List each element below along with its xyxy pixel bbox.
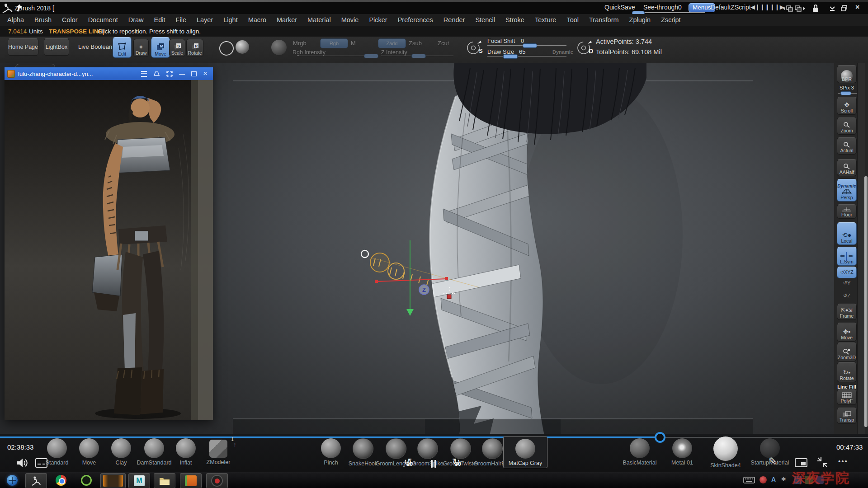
annotate-pencil-icon[interactable]: ✎ xyxy=(769,455,777,467)
zoom-button[interactable]: Zoom xyxy=(837,117,857,135)
draw-button[interactable]: ⌖ Draw xyxy=(133,39,149,57)
menu-file[interactable]: File xyxy=(176,16,186,23)
exit-fullscreen-icon[interactable] xyxy=(816,456,828,468)
move-3d-button[interactable]: ✥▪ Move xyxy=(837,323,857,342)
menu-draw[interactable]: Draw xyxy=(128,16,144,23)
taskbar-recorder[interactable] xyxy=(206,473,228,488)
aahalf-button[interactable]: AAHalf xyxy=(837,159,857,176)
lock-icon[interactable] xyxy=(812,4,819,12)
taskbar-zbrush[interactable] xyxy=(25,473,47,488)
forward-30-button[interactable]: ↻ 30 xyxy=(452,456,460,468)
rgb-intensity-handle[interactable] xyxy=(364,54,378,58)
viewer-fullscreen-icon[interactable] xyxy=(166,71,173,77)
menu-preferences[interactable]: Preferences xyxy=(398,16,433,23)
menu-brush[interactable]: Brush xyxy=(34,16,52,23)
tray-touch-icon[interactable]: ✱ xyxy=(781,476,786,483)
menu-stencil[interactable]: Stencil xyxy=(475,16,495,23)
polyf-button[interactable]: PolyF xyxy=(837,389,857,405)
tray-input-icon[interactable]: A xyxy=(771,476,776,483)
menu-material[interactable]: Material xyxy=(307,16,331,23)
dynamic-mode-label[interactable]: Dynamic xyxy=(552,49,573,55)
pause-button-bar-left[interactable] xyxy=(431,460,433,468)
canvas-scrollbar-thumb[interactable] xyxy=(864,176,868,427)
pause-button-bar-right[interactable] xyxy=(434,460,436,468)
home-page-button[interactable]: Home Page xyxy=(8,38,38,56)
menu-zscript[interactable]: Zscript xyxy=(661,16,681,23)
subtitle-icon[interactable] xyxy=(35,458,47,468)
doc-cycle-right-icon[interactable] xyxy=(794,5,807,12)
zsub-button[interactable]: Zsub xyxy=(409,40,422,47)
viewer-minimize-icon[interactable]: — xyxy=(179,70,185,77)
volume-icon[interactable] xyxy=(16,458,29,468)
viewer-fit-icon[interactable] xyxy=(153,71,160,76)
menu-tool[interactable]: Tool xyxy=(566,16,579,23)
canvas-scrollbar-track[interactable] xyxy=(857,63,865,437)
quicksave-button[interactable]: QuickSave xyxy=(604,4,635,11)
stroke-type-icon[interactable]: S xyxy=(466,39,484,56)
taskbar-chrome[interactable] xyxy=(51,473,71,488)
material-metal01[interactable]: Metal 01 xyxy=(660,438,704,466)
transp-button[interactable]: Transp xyxy=(837,408,857,424)
alpha-swatch-icon[interactable] xyxy=(219,41,234,56)
m-button[interactable]: M xyxy=(351,40,356,47)
material-skinshade4[interactable]: SkinShade4 xyxy=(704,438,747,469)
lightbox-button[interactable]: LightBox xyxy=(44,38,69,56)
menu-stroke[interactable]: Stroke xyxy=(505,16,524,23)
viewer-menu-icon[interactable] xyxy=(141,71,147,77)
more-options-icon[interactable]: ••• xyxy=(838,457,848,465)
z-intensity-handle[interactable] xyxy=(411,54,426,58)
bpr-button[interactable]: BPR xyxy=(837,65,857,83)
xyz-button[interactable]: ↺XYZ xyxy=(837,267,857,278)
floor-button[interactable]: Floor xyxy=(837,204,857,219)
tray-record-icon[interactable] xyxy=(760,476,767,483)
taskbar-notes-app[interactable] xyxy=(180,473,202,488)
menu-layer[interactable]: Layer xyxy=(197,16,213,23)
close-icon[interactable]: × xyxy=(855,3,859,11)
taskbar-app-green[interactable] xyxy=(76,473,97,488)
local-button[interactable]: ⟲● Local xyxy=(837,222,857,245)
rotate-3d-button[interactable]: ↻▪ Rotate xyxy=(837,362,857,382)
move-button[interactable]: M Move xyxy=(151,37,170,58)
mrgb-button[interactable]: Mrgb xyxy=(293,40,307,47)
menu-zplugin[interactable]: Zplugin xyxy=(629,16,651,23)
restore-icon[interactable] xyxy=(841,5,848,11)
gizmo-end-ring[interactable] xyxy=(361,250,368,258)
start-button[interactable] xyxy=(2,473,23,488)
speed-toggle-icon[interactable]: ▲▼ xyxy=(441,462,449,466)
edit-button[interactable]: Edit xyxy=(113,37,132,58)
material-swatch-icon[interactable] xyxy=(271,40,287,55)
frame-button[interactable]: ⇱●⇲ Frame xyxy=(837,304,857,320)
dynamic-brush-icon[interactable]: D xyxy=(576,39,594,56)
persp-button[interactable]: Dynamic Persp xyxy=(837,179,857,202)
menu-alpha[interactable]: Alpha xyxy=(7,16,24,23)
reference-window-titlebar[interactable]: lulu-zhang-character-d...yri... — × xyxy=(5,67,213,80)
material-basicmaterial[interactable]: BasicMaterial xyxy=(618,438,661,466)
draw-size-handle[interactable] xyxy=(503,54,518,59)
tray-keyboard-icon[interactable] xyxy=(743,477,755,483)
zadd-button[interactable]: Zadd xyxy=(378,38,406,48)
taskbar-explorer[interactable] xyxy=(154,473,175,488)
texture-swatch-icon[interactable] xyxy=(236,40,249,54)
tray-scroll-up-icon[interactable]: ↑ xyxy=(233,441,236,448)
zoom3d-button[interactable]: Zoom3D xyxy=(837,343,857,361)
menu-marker[interactable]: Marker xyxy=(277,16,297,23)
rot-y-button[interactable]: ↺Y xyxy=(834,280,859,286)
material-matcap-gray[interactable]: MatCap Gray xyxy=(503,436,547,468)
menu-macro[interactable]: Macro xyxy=(248,16,266,23)
live-boolean-label[interactable]: Live Boolean xyxy=(78,43,112,50)
focal-shift-handle[interactable] xyxy=(523,43,537,48)
rewind-10-button[interactable]: ↺ 10 xyxy=(404,456,412,468)
rotate-button[interactable]: R Rotate xyxy=(186,39,203,57)
taskbar-media-app[interactable] xyxy=(100,473,126,488)
menu-render[interactable]: Render xyxy=(443,16,465,23)
menu-movie[interactable]: Movie xyxy=(341,16,359,23)
rot-z-button[interactable]: ↺Z xyxy=(834,293,859,299)
menu-edit[interactable]: Edit xyxy=(154,16,165,23)
menu-document[interactable]: Document xyxy=(88,16,118,23)
scale-button[interactable]: S Scale xyxy=(169,39,185,57)
scroll-button[interactable]: ✥ Scroll xyxy=(837,97,857,115)
taskbar-maya[interactable]: M xyxy=(128,473,150,488)
reference-image-window[interactable]: lulu-zhang-character-d...yri... — × xyxy=(5,67,213,420)
menu-light[interactable]: Light xyxy=(223,16,237,23)
menu-transform[interactable]: Transform xyxy=(589,16,619,23)
